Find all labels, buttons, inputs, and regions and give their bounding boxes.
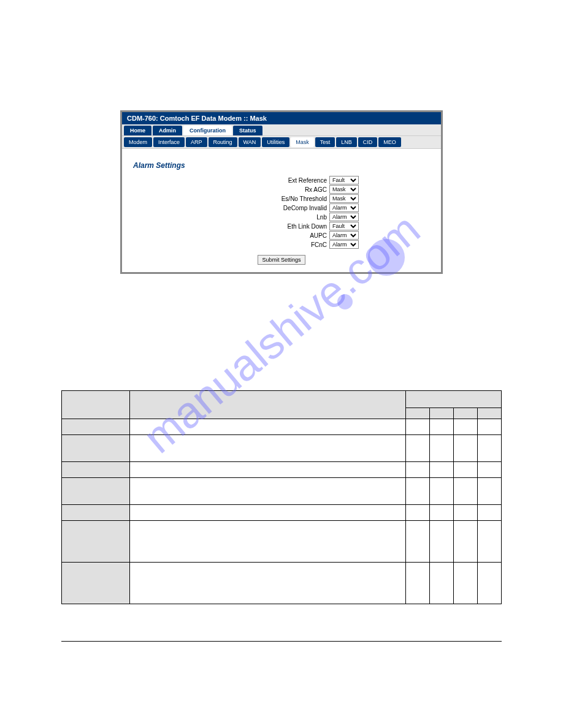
table-cell [454,521,478,563]
eth-link-down-label: Eth Link Down [204,223,329,230]
table-cell [130,563,406,604]
table-cell [130,478,406,505]
table-row-label [62,563,130,604]
table-row-label [62,419,130,435]
aupc-select[interactable]: Alarm [329,231,359,240]
panel-title: CDM-760: Comtoch EF Data Modem :: Mask [122,112,441,124]
table-cell [454,563,478,604]
sub-tab-routing[interactable]: Routing [209,137,237,147]
table-row-label [62,505,130,521]
submit-settings-button[interactable]: Submit Settings [258,255,305,265]
table-cell [478,478,502,505]
table-cell [478,419,502,435]
table-cell [430,435,454,462]
table-cell [454,505,478,521]
table-sub-header [454,408,478,419]
rx-agc-label: Rx AGC [204,186,329,193]
table-cell [454,419,478,435]
rx-agc-select[interactable]: Mask [329,185,359,194]
table-cell [406,435,430,462]
primary-tab-admin[interactable]: Admin [153,126,182,135]
config-panel: CDM-760: Comtoch EF Data Modem :: Mask H… [120,110,443,274]
watermark-dot [337,294,353,309]
table-cell [430,563,454,604]
sub-tab-utilities[interactable]: Utilities [262,137,289,147]
table-cell [430,521,454,563]
table-cell [130,435,406,462]
esno-threshold-label: Es/No Threshold [204,195,329,202]
table-cell [130,462,406,478]
table-cell [130,419,406,435]
sub-tab-modem[interactable]: Modem [124,137,152,147]
lnb-label: Lnb [204,214,329,221]
table-cell [478,435,502,462]
sub-tab-meo[interactable]: MEO [378,137,401,147]
aupc-label: AUPC [204,232,329,239]
lnb-select[interactable]: Alarm [329,213,359,221]
table-row-label [62,478,130,505]
table-sub-header [430,408,454,419]
sub-tab-test[interactable]: Test [315,137,335,147]
section-heading: Alarm Settings [133,161,430,170]
eth-link-down-select[interactable]: Fault [329,222,359,230]
table-cell [430,505,454,521]
sub-tab-cid[interactable]: CID [358,137,378,147]
primary-tab-status[interactable]: Status [233,126,262,135]
sub-tab-bar: Modem Interface ARP Routing WAN Utilitie… [122,135,441,149]
table-cell [454,435,478,462]
table-cell [454,462,478,478]
table-header-desc [130,391,406,419]
table-cell [130,521,406,563]
sub-tab-interface[interactable]: Interface [153,137,185,147]
table-cell [478,563,502,604]
primary-tab-home[interactable]: Home [124,126,151,135]
table-sub-header [478,408,502,419]
primary-tab-bar: Home Admin Configuration Status [122,124,441,135]
table-header-group [406,391,502,408]
table-cell [478,462,502,478]
data-table [61,390,502,604]
sub-tab-wan[interactable]: WAN [239,137,261,147]
table-cell [406,563,430,604]
decomp-invalid-label: DeComp Invalid [204,205,329,211]
table-row-label [62,435,130,462]
ext-reference-label: Ext Reference [204,177,329,184]
table-cell [406,419,430,435]
table-sub-header [406,408,430,419]
table-cell [406,505,430,521]
table-cell [406,521,430,563]
table-cell [430,462,454,478]
fcnc-select[interactable]: Alarm [329,240,359,249]
table-header-feature [62,391,130,419]
table-cell [406,462,430,478]
sub-tab-lnb[interactable]: LNB [336,137,357,147]
sub-tab-arp[interactable]: ARP [186,137,207,147]
primary-tab-configuration[interactable]: Configuration [183,126,232,135]
sub-tab-mask[interactable]: Mask [291,137,314,147]
esno-threshold-select[interactable]: Mask [329,194,359,203]
table-row-label [62,521,130,563]
decomp-invalid-select[interactable]: Alarm [329,203,359,212]
footer-rule [61,641,502,642]
table-cell [430,478,454,505]
table-cell [406,478,430,505]
ext-reference-select[interactable]: Fault [329,176,359,184]
table-cell [130,505,406,521]
table-cell [478,505,502,521]
table-cell [430,419,454,435]
table-cell [454,478,478,505]
table-row-label [62,462,130,478]
table-cell [478,521,502,563]
fcnc-label: FCnC [204,241,329,248]
